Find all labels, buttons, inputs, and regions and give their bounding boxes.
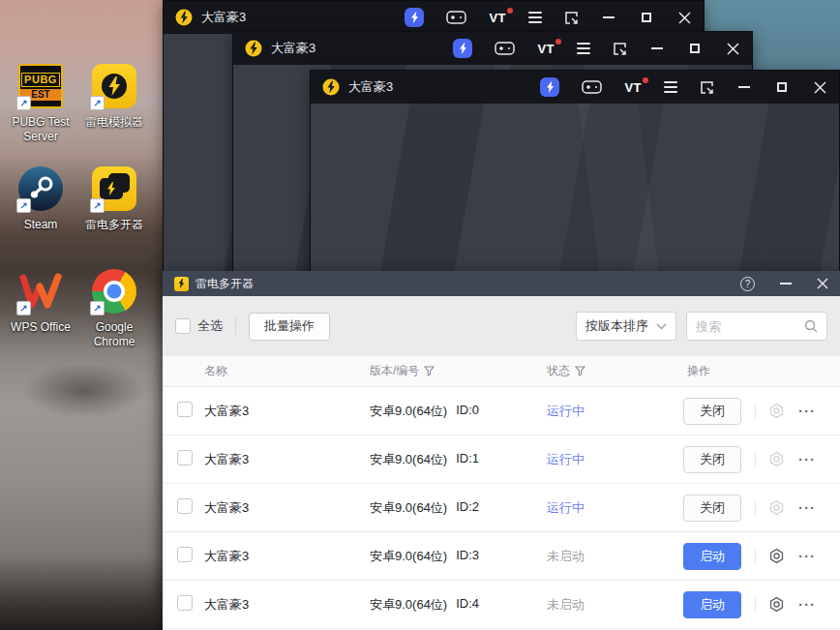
desktop-icon-ldplayer[interactable]: ↗ 雷电模拟器 bbox=[77, 64, 151, 130]
maximize-button[interactable] bbox=[687, 41, 703, 56]
instance-name: 大富豪3 bbox=[204, 499, 370, 517]
more-options-icon[interactable]: ··· bbox=[798, 455, 816, 465]
toolbar: 全选 批量操作 按版本排序 bbox=[163, 296, 840, 356]
menu-icon[interactable] bbox=[528, 12, 542, 23]
menu-icon[interactable] bbox=[577, 43, 590, 54]
action-button[interactable]: 启动 bbox=[683, 543, 741, 570]
divider bbox=[755, 452, 756, 467]
close-button[interactable] bbox=[725, 41, 740, 56]
boost-icon[interactable] bbox=[453, 39, 472, 58]
settings-gear-icon[interactable] bbox=[768, 499, 785, 516]
row-checkbox[interactable] bbox=[177, 547, 193, 562]
minimize-button[interactable] bbox=[736, 79, 752, 95]
instance-row: 大富豪3 安卓9.0(64位)ID:0 运行中 关闭 ··· bbox=[163, 387, 840, 435]
instance-name: 大富豪3 bbox=[204, 451, 370, 468]
minimize-button[interactable] bbox=[601, 10, 616, 25]
titlebar[interactable]: 大富豪3 VT bbox=[311, 71, 839, 104]
filter-icon[interactable] bbox=[575, 366, 585, 376]
titlebar[interactable]: 雷电多开器 ? bbox=[163, 271, 840, 296]
more-options-icon[interactable]: ··· bbox=[798, 552, 816, 561]
icon-label: PUBG Test Server bbox=[4, 115, 77, 144]
instance-version: 安卓9.0(64位) bbox=[370, 596, 447, 614]
desktop-icon-ld-multiplayer[interactable]: ↗ 雷电多开器 bbox=[77, 166, 151, 232]
ldplayer-logo-icon bbox=[175, 9, 193, 26]
ld-multiplayer-window: 雷电多开器 ? 全选 批量操作 按版本排序 名称 bbox=[163, 271, 840, 630]
gamepad-icon[interactable] bbox=[495, 41, 515, 56]
vt-button[interactable]: VT bbox=[489, 11, 506, 25]
shortcut-arrow-icon: ↗ bbox=[16, 301, 31, 315]
window-title: 大富豪3 bbox=[201, 9, 246, 26]
maximize-button[interactable] bbox=[774, 79, 790, 95]
icon-label: 雷电多开器 bbox=[77, 218, 151, 232]
boost-icon[interactable] bbox=[540, 77, 559, 97]
multi-instance-icon[interactable] bbox=[564, 11, 579, 25]
shortcut-arrow-icon: ↗ bbox=[16, 198, 31, 213]
sort-dropdown[interactable]: 按版本排序 bbox=[576, 312, 676, 341]
row-checkbox[interactable] bbox=[177, 450, 193, 465]
header-name: 名称 bbox=[204, 363, 370, 379]
more-options-icon[interactable]: ··· bbox=[798, 600, 816, 610]
minimize-button[interactable] bbox=[780, 283, 792, 285]
row-checkbox[interactable] bbox=[177, 595, 193, 611]
settings-gear-icon[interactable] bbox=[768, 548, 785, 564]
filter-icon[interactable] bbox=[424, 366, 435, 376]
menu-icon[interactable] bbox=[664, 81, 677, 93]
divider bbox=[755, 549, 756, 564]
instance-row: 大富豪3 安卓9.0(64位)ID:2 运行中 关闭 ··· bbox=[163, 484, 840, 532]
desktop: PUBG EST ↗ PUBG Test Server ↗ 雷电模拟器 ↗ bbox=[0, 0, 840, 630]
desktop-icon-pubg-test-server[interactable]: PUBG EST ↗ PUBG Test Server bbox=[4, 64, 77, 144]
select-all-label: 全选 bbox=[197, 317, 223, 335]
vt-button[interactable]: VT bbox=[537, 42, 555, 56]
instance-id: ID:1 bbox=[456, 451, 479, 468]
instance-row: 大富豪3 安卓9.0(64位)ID:3 未启动 启动 ··· bbox=[163, 532, 840, 581]
divider bbox=[755, 597, 756, 613]
instance-name: 大富豪3 bbox=[204, 548, 370, 565]
ld-multiplayer-app-icon bbox=[174, 277, 189, 291]
action-button[interactable]: 启动 bbox=[683, 591, 741, 618]
select-all-checkbox[interactable] bbox=[175, 318, 191, 334]
gamepad-icon[interactable] bbox=[446, 10, 466, 25]
settings-gear-icon[interactable] bbox=[768, 596, 785, 613]
maximize-button[interactable] bbox=[639, 10, 654, 25]
action-button[interactable]: 关闭 bbox=[683, 495, 741, 522]
desktop-icon-steam[interactable]: ↗ Steam bbox=[4, 166, 77, 232]
header-status: 状态 bbox=[547, 363, 683, 379]
multi-instance-icon[interactable] bbox=[613, 42, 627, 56]
window-title: 大富豪3 bbox=[271, 40, 315, 57]
desktop-icon-wps-office[interactable]: ↗ WPS Office bbox=[4, 269, 77, 335]
status-badge: 运行中 bbox=[547, 451, 683, 468]
titlebar[interactable]: 大富豪3 VT bbox=[164, 1, 704, 34]
icon-label: 雷电模拟器 bbox=[77, 115, 151, 130]
help-icon[interactable]: ? bbox=[740, 277, 755, 291]
more-options-icon[interactable]: ··· bbox=[798, 406, 816, 416]
header-actions: 操作 bbox=[683, 363, 840, 379]
settings-gear-icon[interactable] bbox=[768, 451, 785, 467]
instance-version: 安卓9.0(64位) bbox=[370, 499, 447, 517]
status-badge: 运行中 bbox=[547, 499, 683, 517]
window-title: 雷电多开器 bbox=[195, 276, 254, 292]
boost-icon[interactable] bbox=[405, 8, 424, 27]
action-button[interactable]: 关闭 bbox=[683, 398, 741, 425]
row-checkbox[interactable] bbox=[177, 402, 193, 417]
desktop-icon-google-chrome[interactable]: ↗ Google Chrome bbox=[77, 269, 151, 349]
settings-gear-icon[interactable] bbox=[768, 403, 785, 419]
gamepad-icon[interactable] bbox=[582, 79, 602, 95]
shortcut-arrow-icon: ↗ bbox=[90, 301, 105, 315]
multi-instance-icon[interactable] bbox=[700, 80, 714, 95]
close-button[interactable] bbox=[812, 79, 827, 95]
vt-button[interactable]: VT bbox=[624, 80, 642, 95]
header-version: 版本/编号 bbox=[370, 363, 547, 379]
sort-dropdown-value: 按版本排序 bbox=[585, 317, 648, 335]
batch-actions-button[interactable]: 批量操作 bbox=[249, 313, 330, 341]
close-button[interactable] bbox=[817, 278, 828, 289]
window-title: 大富豪3 bbox=[348, 78, 393, 96]
row-checkbox[interactable] bbox=[177, 498, 193, 514]
action-button[interactable]: 关闭 bbox=[683, 446, 741, 473]
more-options-icon[interactable]: ··· bbox=[798, 503, 816, 513]
divider bbox=[235, 317, 236, 335]
close-button[interactable] bbox=[676, 10, 692, 25]
search-input[interactable] bbox=[696, 319, 804, 334]
minimize-button[interactable] bbox=[649, 41, 665, 56]
table-header: 名称 版本/编号 状态 操作 bbox=[163, 356, 840, 387]
titlebar[interactable]: 大富豪3 VT bbox=[233, 32, 752, 65]
